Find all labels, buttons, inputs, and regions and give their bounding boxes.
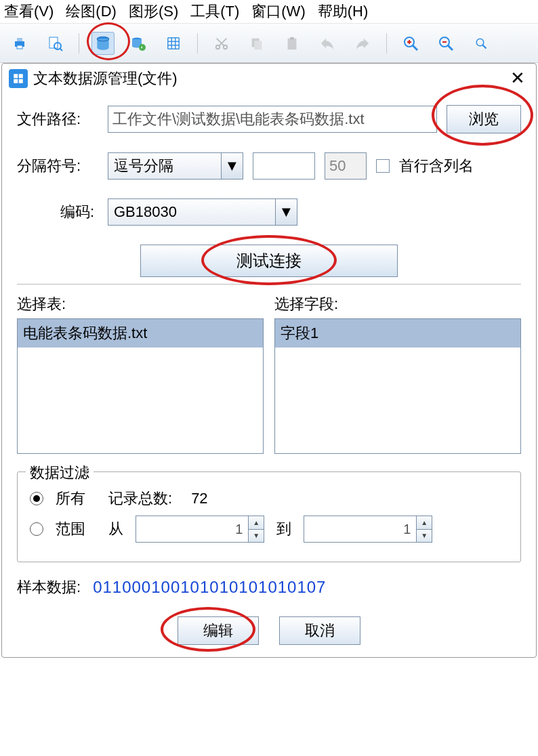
from-spinner[interactable]: ▲▼ xyxy=(136,516,264,543)
menu-view[interactable]: 查看(V) xyxy=(4,1,54,22)
svg-line-34 xyxy=(482,45,486,48)
menu-help[interactable]: 帮助(H) xyxy=(318,1,369,22)
row-test: 测试连接 xyxy=(17,245,521,277)
menu-window[interactable]: 窗口(W) xyxy=(251,1,305,22)
close-button[interactable]: ✕ xyxy=(506,68,529,89)
select-field-label: 选择字段: xyxy=(274,294,521,314)
cancel-button[interactable]: 取消 xyxy=(279,616,360,645)
radio-range[interactable] xyxy=(30,522,43,536)
encoding-selected: GB18030 xyxy=(114,203,177,221)
row-delimiter: 分隔符号: 逗号分隔 ▼ 首行含列名 xyxy=(17,152,521,180)
svg-rect-2 xyxy=(17,45,22,49)
record-count-label: 记录总数: xyxy=(108,488,172,509)
print-preview-icon[interactable] xyxy=(43,32,66,55)
svg-rect-1 xyxy=(17,38,22,41)
svg-rect-24 xyxy=(288,38,297,49)
redo-icon xyxy=(351,32,374,55)
print-icon[interactable] xyxy=(8,32,31,55)
menu-draw[interactable]: 绘图(D) xyxy=(66,1,117,22)
database-refresh-icon[interactable] xyxy=(127,32,150,55)
spin-down-icon[interactable]: ▼ xyxy=(249,530,264,543)
record-count-value: 72 xyxy=(191,490,207,507)
to-label: 到 xyxy=(276,519,291,539)
app-icon xyxy=(9,69,28,88)
spin-up-icon[interactable]: ▲ xyxy=(417,516,432,530)
col-fields: 选择字段: 字段1 xyxy=(274,294,521,454)
dialog-title: 文本数据源管理(文件) xyxy=(33,68,178,89)
radio-range-label: 范围 xyxy=(56,519,96,539)
dialog-buttons: 编辑 取消 xyxy=(17,616,521,645)
copy-icon xyxy=(245,32,268,55)
to-spinner[interactable]: ▲▼ xyxy=(304,516,432,543)
from-input[interactable] xyxy=(136,516,248,542)
zoom-in-icon[interactable] xyxy=(399,32,422,55)
menu-tool[interactable]: 工具(T) xyxy=(190,1,239,22)
zoom-extra-icon[interactable] xyxy=(470,32,493,55)
chevron-down-icon: ▼ xyxy=(221,153,243,179)
svg-line-5 xyxy=(60,48,62,51)
spin-up-icon[interactable]: ▲ xyxy=(249,516,264,530)
svg-rect-35 xyxy=(14,74,18,78)
svg-rect-36 xyxy=(19,74,23,78)
svg-rect-23 xyxy=(254,41,262,49)
encoding-label: 编码: xyxy=(17,202,98,222)
filter-legend: 数据过滤 xyxy=(26,463,94,483)
dialog-titlebar: 文本数据源管理(文件) ✕ xyxy=(2,64,536,93)
toolbar xyxy=(0,24,538,63)
svg-rect-38 xyxy=(19,79,23,83)
chevron-down-icon: ▼ xyxy=(275,199,297,225)
edit-button[interactable]: 编辑 xyxy=(178,616,259,645)
toolbar-separator xyxy=(386,33,387,54)
radio-all[interactable] xyxy=(30,492,43,505)
sample-value: 011000100101010101010107 xyxy=(93,578,326,597)
row-encoding: 编码: GB18030 ▼ xyxy=(17,198,521,226)
menu-shape[interactable]: 图形(S) xyxy=(129,1,178,22)
menubar: 查看(V) 绘图(D) 图形(S) 工具(T) 窗口(W) 帮助(H) xyxy=(0,0,538,24)
filepath-input[interactable] xyxy=(108,106,437,133)
delimiter-width-input xyxy=(325,152,367,180)
cut-icon xyxy=(210,32,233,55)
delimiter-select[interactable]: 逗号分隔 ▼ xyxy=(108,152,243,180)
field-listbox[interactable]: 字段1 xyxy=(274,318,521,454)
divider xyxy=(17,284,521,285)
list-item[interactable]: 字段1 xyxy=(275,319,520,348)
svg-rect-25 xyxy=(290,37,294,39)
dialog: 文本数据源管理(文件) ✕ 文件路径: 浏览 分隔符号: 逗号分隔 ▼ 首行含列… xyxy=(1,63,537,658)
svg-line-27 xyxy=(413,45,417,50)
sample-label: 样本数据: xyxy=(17,577,81,597)
row-filter-range: 范围 从 ▲▼ 到 ▲▼ xyxy=(30,516,508,543)
col-tables: 选择表: 电能表条码数据.txt xyxy=(17,294,264,454)
encoding-select[interactable]: GB18030 ▼ xyxy=(108,198,297,226)
dialog-body: 文件路径: 浏览 分隔符号: 逗号分隔 ▼ 首行含列名 编码: GB18030 … xyxy=(2,93,536,649)
zoom-out-icon[interactable] xyxy=(434,32,457,55)
browse-button[interactable]: 浏览 xyxy=(447,105,521,133)
delimiter-selected: 逗号分隔 xyxy=(114,156,173,176)
paste-icon xyxy=(281,32,304,55)
delimiter-label: 分隔符号: xyxy=(17,156,98,176)
from-label: 从 xyxy=(108,519,123,539)
radio-all-label: 所有 xyxy=(56,488,96,509)
svg-point-33 xyxy=(476,39,484,46)
to-input[interactable] xyxy=(304,516,416,542)
undo-icon xyxy=(316,32,339,55)
row-sample: 样本数据: 011000100101010101010107 xyxy=(17,577,521,597)
spin-down-icon[interactable]: ▼ xyxy=(417,530,432,543)
database-icon[interactable] xyxy=(91,32,115,55)
row-filter-all: 所有 记录总数: 72 xyxy=(30,488,508,509)
toolbar-separator xyxy=(197,33,198,54)
header-checkbox[interactable] xyxy=(376,159,390,173)
svg-rect-37 xyxy=(14,79,18,83)
filepath-label: 文件路径: xyxy=(17,109,98,129)
toolbar-separator xyxy=(79,33,79,54)
delimiter-custom-input[interactable] xyxy=(253,152,315,180)
row-lists: 选择表: 电能表条码数据.txt 选择字段: 字段1 xyxy=(17,294,521,454)
table-listbox[interactable]: 电能表条码数据.txt xyxy=(17,318,264,454)
filter-group: 数据过滤 所有 记录总数: 72 范围 从 ▲▼ 到 ▲▼ xyxy=(17,471,521,562)
select-table-label: 选择表: xyxy=(17,294,264,314)
svg-line-31 xyxy=(448,45,453,50)
row-filepath: 文件路径: 浏览 xyxy=(17,105,521,133)
grid-icon[interactable] xyxy=(162,32,185,55)
test-connection-button[interactable]: 测试连接 xyxy=(140,245,398,277)
list-item[interactable]: 电能表条码数据.txt xyxy=(18,319,263,348)
header-checkbox-label: 首行含列名 xyxy=(399,156,474,176)
